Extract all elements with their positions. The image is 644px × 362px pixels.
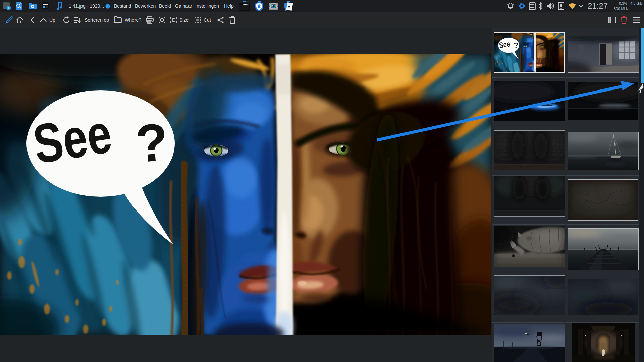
svg-text:?: ?: [133, 112, 170, 173]
svg-text:See: See: [29, 103, 116, 175]
